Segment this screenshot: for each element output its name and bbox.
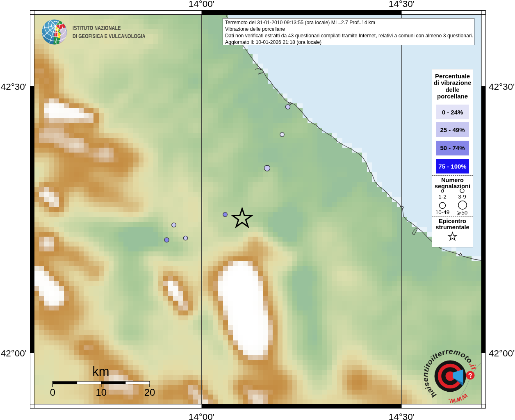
axis-label-top-lon1: 14°00' [177, 0, 226, 9]
axis-label-bottom-lon2: 14°30' [377, 412, 426, 420]
axis-label-right-lat2: 42°00' [489, 348, 515, 359]
axis-label-bottom-lon1: 14°00' [177, 412, 226, 420]
map-frame [0, 0, 515, 420]
frame-bands [30, 11, 486, 409]
axis-label-left-lat2: 42°00' [0, 348, 27, 359]
axis-label-top-lon2: 14°30' [377, 0, 426, 9]
map-page: km 0 10 20 [0, 0, 515, 420]
axis-label-left-lat1: 42°30' [0, 82, 27, 92]
axis-label-right-lat1: 42°30' [489, 82, 515, 92]
